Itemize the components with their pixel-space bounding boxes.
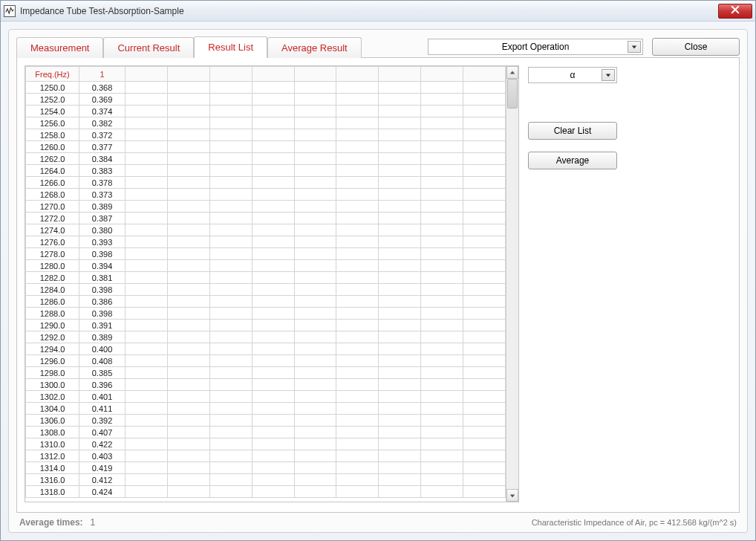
tab-current-result[interactable]: Current Result bbox=[103, 37, 194, 58]
table-row: 1290.00.391 bbox=[26, 320, 506, 331]
cell-value: 0.400 bbox=[79, 343, 126, 355]
window-close-button[interactable] bbox=[718, 4, 752, 19]
content-frame: Measurement Current Result Result List A… bbox=[8, 29, 748, 533]
cell-value: 0.396 bbox=[79, 379, 126, 391]
scroll-down-arrow-icon[interactable] bbox=[506, 489, 518, 502]
tab-measurement[interactable]: Measurement bbox=[16, 37, 103, 58]
cell-freq: 1278.0 bbox=[26, 248, 79, 260]
cell-value: 0.407 bbox=[79, 427, 126, 438]
tab-body: Freq.(Hz) 1 1250.00.3681252.00.3691254.0… bbox=[16, 57, 740, 513]
cell-freq: 1316.0 bbox=[26, 474, 79, 486]
cell-freq: 1264.0 bbox=[26, 165, 79, 177]
table-row: 1268.00.373 bbox=[26, 189, 506, 201]
cell-freq: 1256.0 bbox=[26, 117, 79, 129]
cell-value: 0.389 bbox=[79, 331, 126, 343]
table-header-row: Freq.(Hz) 1 bbox=[26, 67, 506, 82]
cell-freq: 1252.0 bbox=[26, 94, 79, 106]
table-row: 1296.00.408 bbox=[26, 355, 506, 367]
close-button[interactable]: Close bbox=[652, 38, 740, 56]
table-row: 1264.00.383 bbox=[26, 165, 506, 177]
cell-value: 0.412 bbox=[79, 474, 126, 486]
header-freq: Freq.(Hz) bbox=[26, 67, 79, 82]
vertical-scrollbar[interactable] bbox=[506, 66, 518, 502]
table-row: 1272.00.387 bbox=[26, 213, 506, 224]
cell-value: 0.391 bbox=[79, 320, 126, 331]
chevron-down-icon bbox=[628, 41, 641, 53]
table-row: 1286.00.386 bbox=[26, 296, 506, 308]
cell-value: 0.411 bbox=[79, 403, 126, 415]
top-right-controls: Export Operation Close bbox=[428, 36, 740, 56]
tab-result-list[interactable]: Result List bbox=[194, 36, 267, 58]
table-row: 1254.00.374 bbox=[26, 106, 506, 117]
table-row: 1310.00.422 bbox=[26, 438, 506, 450]
table-row: 1266.00.378 bbox=[26, 177, 506, 189]
close-icon bbox=[731, 5, 740, 16]
cell-freq: 1276.0 bbox=[26, 236, 79, 248]
table-row: 1292.00.389 bbox=[26, 331, 506, 343]
table-row: 1302.00.401 bbox=[26, 391, 506, 403]
chevron-down-icon bbox=[602, 69, 615, 81]
cell-freq: 1258.0 bbox=[26, 129, 79, 141]
header-col-1: 1 bbox=[79, 67, 126, 82]
cell-freq: 1266.0 bbox=[26, 177, 79, 189]
clear-list-label: Clear List bbox=[554, 126, 592, 136]
cell-freq: 1318.0 bbox=[26, 486, 79, 498]
clear-list-button[interactable]: Clear List bbox=[528, 122, 617, 140]
cell-value: 0.422 bbox=[79, 438, 126, 450]
table-row: 1276.00.393 bbox=[26, 236, 506, 248]
cell-freq: 1306.0 bbox=[26, 415, 79, 427]
side-panel: α Clear List Average bbox=[528, 65, 617, 505]
cell-freq: 1290.0 bbox=[26, 320, 79, 331]
average-button[interactable]: Average bbox=[528, 152, 617, 169]
cell-value: 0.383 bbox=[79, 165, 126, 177]
export-operation-select[interactable]: Export Operation bbox=[428, 39, 643, 55]
app-icon bbox=[4, 5, 16, 17]
cell-value: 0.384 bbox=[79, 153, 126, 165]
tab-average-result[interactable]: Average Result bbox=[267, 37, 362, 58]
parameter-select[interactable]: α bbox=[528, 67, 617, 83]
cell-value: 0.419 bbox=[79, 462, 126, 474]
scroll-thumb[interactable] bbox=[507, 79, 518, 108]
scroll-track[interactable] bbox=[506, 79, 518, 489]
cell-value: 0.408 bbox=[79, 355, 126, 367]
cell-value: 0.368 bbox=[79, 82, 126, 94]
cell-freq: 1300.0 bbox=[26, 379, 79, 391]
table-row: 1318.00.424 bbox=[26, 486, 506, 498]
cell-value: 0.385 bbox=[79, 367, 126, 379]
cell-value: 0.387 bbox=[79, 213, 126, 224]
cell-value: 0.372 bbox=[79, 129, 126, 141]
titlebar: Impedance Tube Test-Absorption-Sample bbox=[1, 1, 755, 22]
tab-bar: Measurement Current Result Result List A… bbox=[16, 36, 362, 57]
table-row: 1260.00.377 bbox=[26, 141, 506, 153]
footer: Average times: 1 Characteristic Impedanc… bbox=[16, 513, 740, 528]
table-row: 1288.00.398 bbox=[26, 308, 506, 320]
cell-freq: 1260.0 bbox=[26, 141, 79, 153]
table-row: 1256.00.382 bbox=[26, 117, 506, 129]
cell-freq: 1268.0 bbox=[26, 189, 79, 201]
cell-value: 0.403 bbox=[79, 450, 126, 462]
table-row: 1304.00.411 bbox=[26, 403, 506, 415]
cell-value: 0.389 bbox=[79, 201, 126, 213]
cell-value: 0.394 bbox=[79, 260, 126, 272]
result-table-area: Freq.(Hz) 1 1250.00.3681252.00.3691254.0… bbox=[25, 65, 519, 502]
cell-freq: 1296.0 bbox=[26, 355, 79, 367]
svg-marker-4 bbox=[510, 494, 515, 497]
cell-value: 0.401 bbox=[79, 391, 126, 403]
cell-freq: 1274.0 bbox=[26, 224, 79, 236]
table-row: 1308.00.407 bbox=[26, 427, 506, 438]
table-row: 1280.00.394 bbox=[26, 260, 506, 272]
cell-freq: 1250.0 bbox=[26, 82, 79, 94]
cell-value: 0.374 bbox=[79, 106, 126, 117]
table-row: 1294.00.400 bbox=[26, 343, 506, 355]
table-row: 1284.00.398 bbox=[26, 284, 506, 296]
avg-times-label: Average times: bbox=[19, 517, 83, 528]
cell-value: 0.398 bbox=[79, 308, 126, 320]
table-row: 1278.00.398 bbox=[26, 248, 506, 260]
cell-value: 0.386 bbox=[79, 296, 126, 308]
svg-marker-2 bbox=[632, 45, 636, 48]
cell-freq: 1304.0 bbox=[26, 403, 79, 415]
cell-freq: 1280.0 bbox=[26, 260, 79, 272]
cell-freq: 1288.0 bbox=[26, 308, 79, 320]
cell-freq: 1284.0 bbox=[26, 284, 79, 296]
scroll-up-arrow-icon[interactable] bbox=[506, 66, 518, 79]
